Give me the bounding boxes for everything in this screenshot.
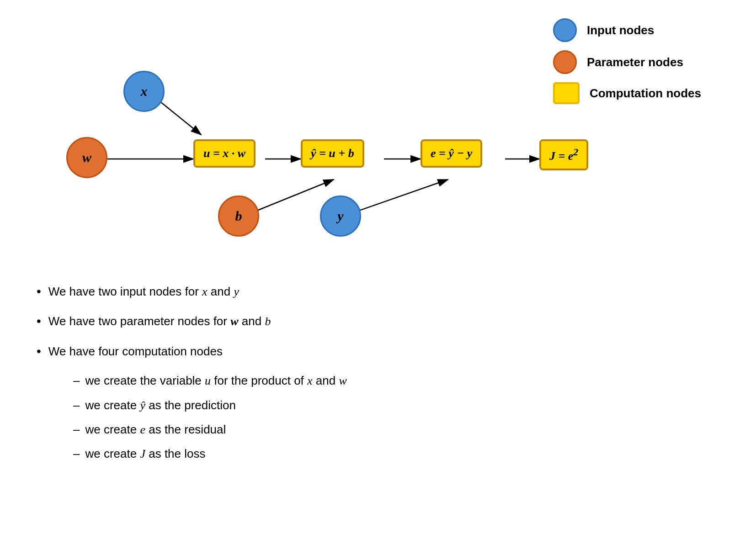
node-J: J = e2 bbox=[539, 139, 588, 170]
sub-bullet-2-text: we create ŷ as the prediction bbox=[85, 397, 236, 414]
sub-bullet-4-text: we create J as the loss bbox=[85, 445, 205, 462]
bullet-2: • We have two parameter nodes for w and … bbox=[37, 313, 676, 330]
node-u: u = x · w bbox=[193, 139, 256, 168]
svg-line-6 bbox=[347, 180, 448, 215]
sub-bullet-3: – we create e as the residual bbox=[73, 421, 676, 438]
node-w: w bbox=[66, 137, 107, 178]
bullet-3-dot: • bbox=[37, 344, 41, 359]
legend-input-label: Input nodes bbox=[587, 23, 654, 37]
legend: Input nodes Parameter nodes Computation … bbox=[553, 18, 701, 104]
bullet-3: • We have four computation nodes bbox=[37, 343, 676, 359]
node-w-label: w bbox=[82, 150, 91, 165]
legend-computation-nodes: Computation nodes bbox=[553, 82, 701, 104]
graph-container: x w u = x · w b ŷ = u + b y e = ŷ − y J … bbox=[23, 46, 571, 265]
node-yhat: ŷ = u + b bbox=[301, 139, 364, 168]
legend-parameter-nodes: Parameter nodes bbox=[553, 50, 701, 74]
legend-parameter-label: Parameter nodes bbox=[587, 55, 683, 69]
sub-bullet-1-dash: – bbox=[73, 372, 80, 389]
node-u-label: u = x · w bbox=[203, 147, 245, 160]
bullet-2-dot: • bbox=[37, 314, 41, 328]
node-b-label: b bbox=[235, 208, 242, 224]
sub-bullet-2: – we create ŷ as the prediction bbox=[73, 397, 676, 414]
node-x: x bbox=[123, 71, 165, 112]
node-y: y bbox=[320, 196, 361, 237]
node-y-label: y bbox=[337, 208, 343, 224]
legend-input-circle bbox=[553, 18, 577, 42]
sub-bullet-2-dash: – bbox=[73, 397, 80, 413]
node-x-label: x bbox=[141, 84, 148, 99]
bullet-2-text: We have two parameter nodes for w and b bbox=[48, 313, 271, 330]
sub-bullet-4: – we create J as the loss bbox=[73, 445, 676, 462]
legend-computation-label: Computation nodes bbox=[590, 86, 701, 100]
node-b: b bbox=[218, 196, 259, 237]
sub-bullet-3-dash: – bbox=[73, 421, 80, 438]
node-yhat-label: ŷ = u + b bbox=[311, 147, 354, 160]
sub-bullet-1: – we create the variable u for the produ… bbox=[73, 372, 676, 389]
node-e: e = ŷ − y bbox=[421, 139, 482, 168]
bullet-1: • We have two input nodes for x and y bbox=[37, 283, 676, 300]
bullet-3-text: We have four computation nodes bbox=[48, 343, 223, 359]
bullet-1-text: We have two input nodes for x and y bbox=[48, 283, 239, 300]
bullets-section: • We have two input nodes for x and y • … bbox=[37, 283, 676, 470]
legend-input-nodes: Input nodes bbox=[553, 18, 701, 42]
node-J-label: J = e2 bbox=[549, 147, 578, 163]
bullet-1-dot: • bbox=[37, 284, 41, 299]
node-e-label: e = ŷ − y bbox=[431, 147, 472, 160]
sub-bullets: – we create the variable u for the produ… bbox=[73, 372, 676, 463]
sub-bullet-4-dash: – bbox=[73, 445, 80, 462]
sub-bullet-1-text: we create the variable u for the product… bbox=[85, 372, 346, 389]
sub-bullet-3-text: we create e as the residual bbox=[85, 421, 226, 438]
